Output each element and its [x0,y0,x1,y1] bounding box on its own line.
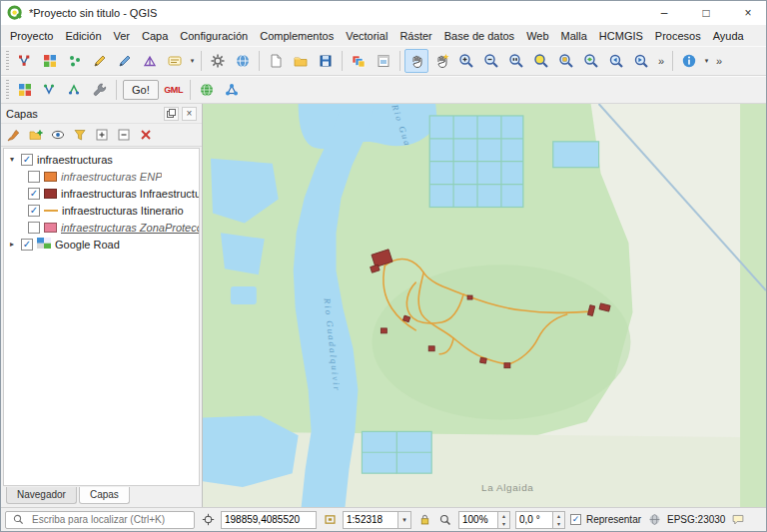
layer-checkbox[interactable]: ✓ [21,154,33,166]
layout-manager-icon[interactable] [372,49,395,73]
spin-down-icon[interactable]: ▾ [553,520,564,528]
zoom-to-selection-icon[interactable] [554,49,578,73]
scale-combo[interactable]: ▾ [343,511,411,529]
magnifier-spinbox[interactable]: ▴▾ [458,511,510,529]
map-themes-icon[interactable] [48,125,68,145]
pan-map-icon[interactable] [404,49,428,73]
collapse-all-icon[interactable] [114,125,134,145]
processing-gear-icon[interactable] [206,49,230,73]
layer-swatch[interactable] [44,172,57,182]
quick-style-grid-icon[interactable] [13,78,37,102]
layer-checkbox[interactable] [28,171,40,183]
spin-down-icon[interactable]: ▾ [498,520,509,528]
zoom-in-icon[interactable] [454,49,478,73]
crs-globe-icon[interactable] [646,512,662,528]
minimize-button[interactable]: – [646,1,682,25]
annotation-options-dropdown[interactable]: ▾ [188,49,197,73]
magnifier-input[interactable] [458,511,498,529]
add-group-icon[interactable] [26,125,46,145]
close-button[interactable]: × [730,1,766,25]
wrench-tool-icon[interactable] [88,78,112,102]
menu-edicion[interactable]: Edición [59,27,107,45]
identify-features-icon[interactable] [677,49,701,73]
menu-proyecto[interactable]: Proyecto [4,27,59,45]
messages-icon[interactable] [730,512,746,528]
menu-raster[interactable]: Ráster [393,27,437,45]
panel-close-icon[interactable]: × [182,107,197,121]
map-canvas[interactable]: Rio Gua Rio Guadalquivir La Algaida [203,104,766,507]
zoom-native-icon[interactable] [504,49,528,73]
toolbar-grip[interactable] [6,80,9,100]
layer-swatch[interactable] [44,189,57,199]
menu-ver[interactable]: Ver [108,27,137,45]
rotation-spin-buttons[interactable]: ▴▾ [553,511,565,529]
coordinate-icon[interactable] [200,512,216,528]
vertex-tool-icon[interactable] [13,49,37,73]
go-button[interactable]: Go! [123,80,159,100]
menu-hcmgis[interactable]: HCMGIS [593,27,649,45]
spin-up-icon[interactable]: ▴ [498,512,509,520]
mesh-digitizing-icon[interactable] [138,49,162,73]
layer-row-itinerario[interactable]: ✓ infraestructuras Itinerario [4,202,199,219]
zoom-to-layer-icon[interactable] [579,49,603,73]
rotation-spinbox[interactable]: ▴▾ [515,511,565,529]
digitize-pencil-icon[interactable] [88,49,112,73]
menu-capa[interactable]: Capa [136,27,174,45]
menu-vectorial[interactable]: Vectorial [340,27,393,45]
tab-capas[interactable]: Capas [79,487,130,504]
panel-float-icon[interactable] [164,107,179,121]
layer-styling-icon[interactable] [4,125,24,145]
layer-swatch[interactable] [44,223,57,233]
crs-label[interactable]: EPSG:23030 [667,514,725,525]
toolbar-grip[interactable] [6,51,9,71]
vertex-edit-green-icon[interactable] [63,78,87,102]
pan-to-selection-icon[interactable] [429,49,453,73]
topology-points-icon[interactable] [63,49,87,73]
layer-checkbox[interactable]: ✓ [28,205,40,217]
menu-web[interactable]: Web [520,27,554,45]
identify-options-dropdown[interactable]: ▾ [702,49,711,73]
menu-complementos[interactable]: Complementos [254,27,340,45]
coordinate-input[interactable] [221,511,317,529]
web-globe-icon[interactable] [231,49,255,73]
menu-procesos[interactable]: Procesos [649,27,707,45]
maximize-button[interactable]: □ [688,1,724,25]
menu-malla[interactable]: Malla [555,27,593,45]
expand-all-icon[interactable] [92,125,112,145]
toolbar-overflow-button[interactable]: » [712,49,726,73]
save-project-icon[interactable] [314,49,338,73]
layer-checkbox[interactable] [28,222,40,234]
network-nodes-icon[interactable] [220,78,244,102]
quickmap-globe-icon[interactable] [195,78,219,102]
spin-up-icon[interactable]: ▴ [553,512,564,520]
zoom-full-icon[interactable] [529,49,553,73]
scale-dropdown-icon[interactable]: ▾ [398,511,411,529]
layer-row-enp[interactable]: infraestructuras ENP [4,168,199,185]
toolbar-overflow-button[interactable]: » [654,49,668,73]
rotation-input[interactable] [515,511,553,529]
layer-checkbox[interactable]: ✓ [28,188,40,200]
zoom-last-icon[interactable] [604,49,628,73]
locate-input[interactable] [30,513,190,526]
extents-icon[interactable] [322,512,338,528]
shape-digitize-icon[interactable] [113,49,137,73]
layer-row-zonaproteccion[interactable]: infraestructuras ZonaProtecc [4,219,199,236]
vertex-edit-blue-icon[interactable] [38,78,62,102]
tab-navegador[interactable]: Navegador [6,487,77,504]
gml-loader-button[interactable]: GML [162,78,186,102]
open-project-icon[interactable] [289,49,313,73]
locate-bar[interactable] [5,511,195,529]
new-project-icon[interactable] [264,49,288,73]
menu-base-de-datos[interactable]: Base de datos [438,27,520,45]
zoom-out-icon[interactable] [479,49,503,73]
lock-scale-icon[interactable] [416,512,432,528]
layer-row-infraestructura[interactable]: ✓ infraestructuras Infraestructu [4,185,199,202]
layer-swatch-line[interactable] [44,210,58,212]
annotation-icon[interactable] [163,49,187,73]
filter-legend-icon[interactable] [70,125,90,145]
magnifier-spin-buttons[interactable]: ▴▾ [498,511,510,529]
layer-checkbox[interactable]: ✓ [21,239,33,251]
layer-row-google-road[interactable]: ▸ ✓ Google Road [4,236,199,253]
render-checkbox[interactable]: ✓ [570,514,581,525]
style-manager-icon[interactable] [347,49,371,73]
